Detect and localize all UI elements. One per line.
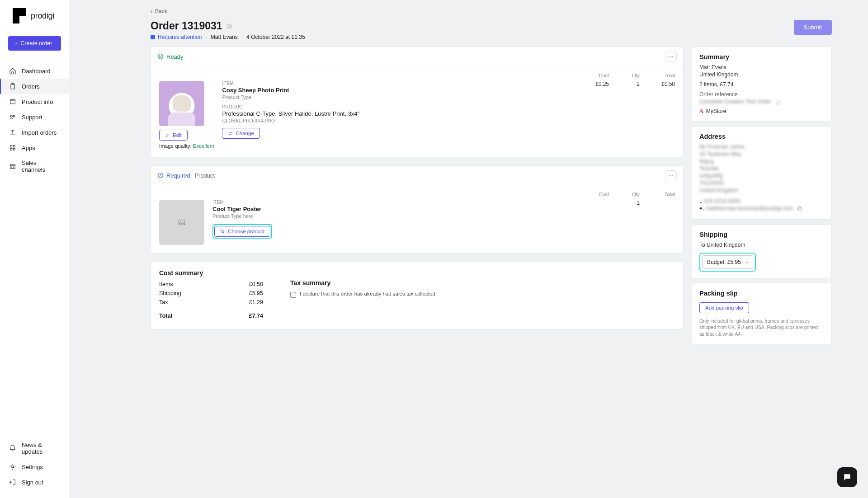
- nav-bottom: News & updates Settings Sign out: [0, 437, 69, 498]
- nav-label: Sign out: [22, 479, 43, 486]
- check-circle-icon: [157, 53, 164, 60]
- status-text: Requires attention: [158, 34, 202, 40]
- line-item-more-button[interactable]: ⋯: [665, 52, 677, 61]
- sidebar-item-sign-out[interactable]: Sign out: [0, 475, 69, 490]
- store-icon: [9, 163, 16, 170]
- sidebar: prodigi + Create order Dashboard Orders …: [0, 0, 69, 498]
- choose-product-button[interactable]: Choose product: [214, 226, 270, 237]
- tax-checkbox-input[interactable]: [290, 292, 296, 298]
- svg-rect-6: [13, 146, 15, 147]
- chat-fab-button[interactable]: [837, 467, 857, 487]
- item-label: ITEM: [222, 81, 569, 86]
- clipboard-icon: [9, 83, 16, 90]
- address-line: xx9gsMfg: [699, 173, 824, 179]
- summary-ref-row: Complete Creation Test Order: [699, 99, 824, 105]
- ready-status: Ready: [157, 53, 184, 60]
- nav-label: Import orders: [22, 129, 57, 136]
- logo-mark-icon: [13, 8, 26, 23]
- tax-note: I declare that this order has already ha…: [300, 291, 437, 296]
- sidebar-item-news[interactable]: News & updates: [0, 437, 69, 459]
- order-title-text: Order 1319031: [151, 20, 222, 32]
- packing-btn-label: Add packing slip: [705, 305, 743, 310]
- edit-image-button[interactable]: Edit: [159, 130, 188, 141]
- copy-icon[interactable]: [775, 99, 781, 105]
- cost-row-shipping: Shipping£5.95: [159, 290, 263, 296]
- alert-circle-icon: [157, 172, 164, 179]
- copy-icon[interactable]: [797, 206, 803, 212]
- tax-declaration-checkbox[interactable]: I declare that this order has already ha…: [290, 291, 675, 298]
- order-customer: Matt Evans: [211, 34, 238, 40]
- support-icon: [9, 113, 16, 121]
- apps-icon: [9, 144, 16, 151]
- summary-items: 2 items, £7.74: [699, 81, 824, 88]
- tag-icon: [9, 98, 16, 105]
- svg-rect-12: [227, 24, 230, 27]
- search-icon: [220, 229, 225, 234]
- copy-icon[interactable]: [226, 23, 232, 29]
- address-line: 15 Testerton Way: [699, 151, 824, 157]
- choose-label: Choose product: [228, 229, 264, 234]
- col-total: Total: [643, 73, 675, 78]
- shipping-selected-label: Budget: £5.95: [707, 259, 741, 265]
- status-badge[interactable]: Requires attention: [151, 34, 202, 40]
- sidebar-item-import-orders[interactable]: Import orders: [0, 125, 69, 140]
- required-what: Product: [194, 172, 215, 179]
- svg-rect-9: [10, 164, 15, 169]
- address-line: Testville: [699, 165, 824, 172]
- sidebar-item-settings[interactable]: Settings: [0, 459, 69, 475]
- edit-label: Edit: [173, 132, 182, 138]
- cost-summary-card: Cost summary Items£0.50 Shipping£5.95 Ta…: [151, 262, 684, 329]
- logo[interactable]: prodigi: [0, 8, 69, 36]
- item-cost: £0.25: [577, 81, 609, 87]
- svg-rect-18: [776, 100, 779, 103]
- svg-point-10: [12, 466, 14, 468]
- required-status: Required: Product: [157, 172, 215, 179]
- logo-text: prodigi: [31, 11, 54, 21]
- col-total: Total: [643, 192, 675, 197]
- page-title: Order 1319031: [151, 20, 305, 32]
- nav-label: Apps: [22, 145, 35, 151]
- product-thumbnail-placeholder[interactable]: [159, 200, 204, 245]
- sidebar-item-apps[interactable]: Apps: [0, 140, 69, 155]
- plus-icon: +: [14, 40, 18, 47]
- address-line: United Kingdom: [699, 187, 824, 193]
- packing-note: Only included for global prints, frames …: [699, 318, 824, 338]
- line-item-more-button[interactable]: ⋯: [665, 170, 677, 180]
- submit-button[interactable]: Submit: [794, 20, 832, 35]
- svg-rect-20: [797, 207, 801, 210]
- home-icon: [9, 67, 16, 75]
- item-name: Cosy Sheep Photo Print: [222, 87, 569, 94]
- store-link[interactable]: AMyStore: [699, 108, 824, 115]
- change-product-button[interactable]: Change: [222, 128, 259, 139]
- sign-out-icon: [9, 479, 16, 486]
- summary-heading: Summary: [699, 53, 824, 61]
- nav-main: Dashboard Orders Product info Support Im…: [0, 63, 69, 437]
- status-dot-icon: [151, 35, 155, 39]
- back-link[interactable]: ‹ Back: [151, 8, 832, 14]
- submit-label: Submit: [804, 24, 822, 31]
- product-sku: GLOBAL-PHO-3X4-PRO: [222, 118, 569, 123]
- sidebar-item-product-info[interactable]: Product info: [0, 94, 69, 109]
- svg-rect-7: [10, 148, 12, 150]
- summary-name: Matt Evans: [699, 64, 824, 70]
- col-qty: Qty: [613, 192, 640, 197]
- create-order-button[interactable]: + Create order: [8, 36, 61, 51]
- shipping-method-select[interactable]: Budget: £5.95: [702, 255, 753, 269]
- create-order-label: Create order: [20, 40, 52, 47]
- sidebar-item-sales-channels[interactable]: Sales channels: [0, 155, 69, 177]
- shipping-select-highlight: Budget: £5.95: [699, 253, 756, 272]
- main-content: ‹ Back Order 1319031 Requires attention …: [69, 0, 868, 498]
- sidebar-item-dashboard[interactable]: Dashboard: [0, 63, 69, 79]
- product-thumbnail[interactable]: [159, 81, 204, 126]
- svg-rect-2: [10, 99, 15, 103]
- change-label: Change: [236, 131, 254, 136]
- summary-ref-value: Complete Creation Test Order: [699, 99, 771, 105]
- choose-product-highlight: Choose product: [212, 224, 272, 239]
- add-packing-slip-button[interactable]: Add packing slip: [699, 302, 749, 313]
- item-name: Cool Tiger Poster: [212, 206, 569, 212]
- cost-row-items: Items£0.50: [159, 281, 263, 287]
- sidebar-item-orders[interactable]: Orders: [0, 79, 69, 94]
- sidebar-item-support[interactable]: Support: [0, 109, 69, 125]
- iq-value: Excellent: [193, 143, 214, 149]
- nav-label: Orders: [22, 83, 40, 90]
